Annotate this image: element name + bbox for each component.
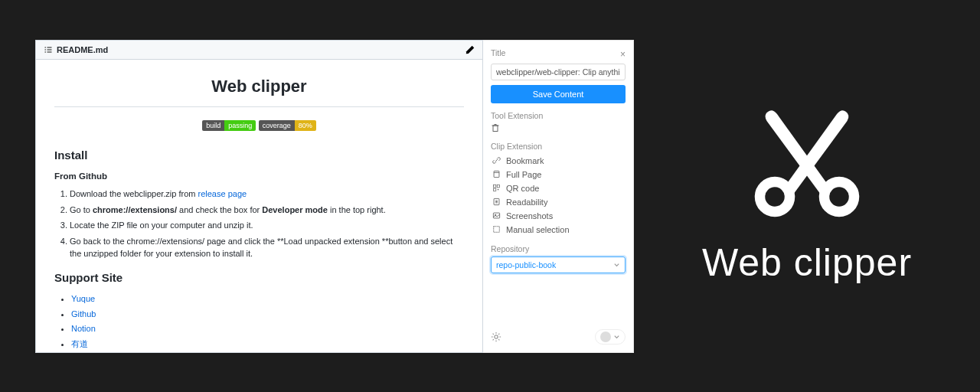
gear-icon[interactable]: [491, 332, 501, 342]
clip-item-manual-selection[interactable]: Manual selection: [491, 223, 626, 237]
support-link-yuque[interactable]: Yuque: [71, 294, 95, 303]
readme-panel: README.md Web clipper buildpassing cover…: [35, 40, 483, 353]
link-icon: [492, 156, 501, 165]
brand-section: Web clipper: [634, 107, 980, 285]
clipper-footer: [491, 323, 626, 345]
repository-label: Repository: [491, 244, 626, 253]
from-github-heading: From Github: [54, 170, 464, 183]
avatar: [600, 332, 611, 342]
delete-icon[interactable]: [491, 123, 500, 132]
clip-item-qr-code[interactable]: QR code: [491, 181, 626, 195]
support-links: Yuque Github Notion 有道: [71, 292, 464, 350]
svg-rect-0: [493, 126, 498, 132]
readme-title: Web clipper: [54, 74, 464, 99]
pencil-icon[interactable]: [466, 45, 475, 54]
repository-select[interactable]: repo-public-book: [491, 256, 626, 273]
scissors-icon: [750, 107, 864, 222]
title-label: Title: [491, 48, 505, 57]
svg-point-10: [495, 335, 498, 338]
readme-header: README.md: [36, 41, 482, 60]
clipper-panel: Title × Save Content Tool Extension Clip…: [483, 40, 634, 353]
qr-icon: [492, 184, 501, 192]
picture-icon: [492, 211, 501, 220]
install-steps: Download the webclipper.zip from release…: [70, 188, 464, 260]
install-step-1: Download the webclipper.zip from release…: [70, 188, 464, 201]
readability-icon: [492, 198, 501, 206]
account-switcher[interactable]: [595, 329, 626, 345]
brand-title: Web clipper: [702, 240, 912, 285]
svg-rect-9: [494, 227, 500, 233]
readme-body: Web clipper buildpassing coverage80% Ins…: [36, 60, 482, 352]
divider: [54, 106, 464, 107]
svg-rect-1: [494, 171, 499, 177]
close-icon[interactable]: ×: [620, 49, 626, 60]
chevron-down-icon: [613, 333, 620, 340]
clip-item-readability[interactable]: Readability: [491, 195, 626, 209]
title-input[interactable]: [491, 64, 626, 80]
svg-rect-5: [498, 189, 498, 190]
svg-rect-3: [497, 185, 499, 187]
badges: buildpassing coverage80%: [54, 118, 464, 132]
support-link-notion[interactable]: Notion: [71, 324, 96, 333]
clip-item-full-page[interactable]: Full Page: [491, 168, 626, 181]
clip-extension-label: Clip Extension: [491, 142, 626, 151]
page-icon: [492, 170, 501, 178]
support-link-youdao[interactable]: 有道: [71, 339, 88, 348]
readme-filename: README.md: [57, 45, 108, 54]
install-step-3: Locate the ZIP file on your computer and…: [70, 219, 464, 232]
svg-rect-4: [493, 188, 495, 191]
support-site-heading: Support Site: [54, 270, 464, 287]
chevron-down-icon: [613, 261, 620, 268]
install-step-2: Go to chrome://extensions/ and check the…: [70, 204, 464, 217]
clip-item-bookmark[interactable]: Bookmark: [491, 154, 626, 168]
clip-item-screenshots[interactable]: Screenshots: [491, 209, 626, 223]
list-icon: [44, 45, 53, 54]
support-link-github[interactable]: Github: [71, 309, 96, 318]
install-heading: Install: [54, 147, 464, 165]
tool-extension-label: Tool Extension: [491, 111, 626, 120]
save-content-button[interactable]: Save Content: [491, 85, 626, 103]
svg-rect-2: [493, 185, 495, 187]
install-step-4: Go back to the chrome://extensions/ page…: [70, 235, 464, 260]
selection-icon: [492, 225, 501, 234]
release-page-link[interactable]: release page: [198, 189, 247, 198]
